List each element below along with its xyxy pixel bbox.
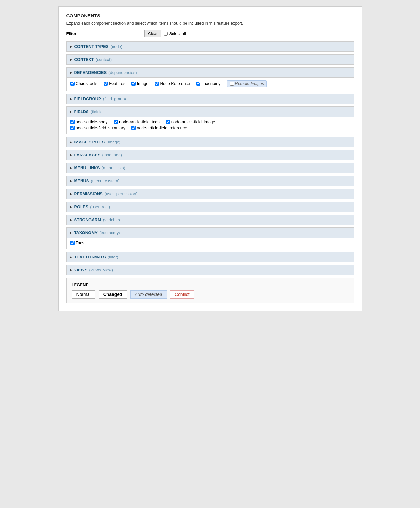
checkbox-label: Taxonomy [202,81,220,86]
checkbox-node-article-body[interactable] [70,120,75,124]
checkbox-item: node-article-body [70,119,107,124]
section-header-text-formats[interactable]: ▶TEXT FORMATS (filter) [67,252,354,262]
filter-label: Filter [66,31,76,36]
checkbox-label: Image [137,81,148,86]
checkbox-row2-fields: node-article-field_summarynode-article-f… [70,125,350,130]
section-body-fields: node-article-bodynode-article-field_tags… [67,117,354,134]
checkbox-Features[interactable] [104,82,108,86]
section-title-sub-fields: (field) [91,109,101,114]
section-title-sub-dependencies: (dependencies) [108,70,137,75]
section-arrow-fields: ▶ [70,110,72,113]
section-header-taxonomy[interactable]: ▶TAXONOMY (taxonomy) [67,228,354,238]
page-container: COMPONENTS Expand each component section… [58,6,362,311]
section-permissions: ▶PERMISSIONS (user_permission) [66,189,354,199]
checkbox-node-article-field_image[interactable] [166,120,170,124]
section-title-sub-text-formats: (filter) [108,255,118,259]
section-title-main-roles: ROLES [74,204,88,209]
section-body-taxonomy: Tags [67,238,354,249]
section-title-main-menu-links: MENU LINKS [74,166,100,170]
checkbox-Remote-Images[interactable] [230,82,234,86]
clear-button[interactable]: Clear [144,30,161,37]
checkbox-item: Node Reference [155,80,190,87]
checkbox-row1-fields: node-article-bodynode-article-field_tags… [70,119,350,124]
checkbox-row-dependencies: Chaos toolsFeaturesImageNode ReferenceTa… [70,80,350,87]
checkbox-label: node-article-field_image [171,119,215,124]
checkbox-node-article-field_summary[interactable] [70,126,75,130]
section-arrow-context: ▶ [70,58,72,61]
section-title-main-taxonomy: TAXONOMY [74,230,98,235]
select-all-checkbox[interactable] [164,32,168,36]
legend-items: Normal Changed Auto detected Conflict [72,290,349,299]
section-header-image-styles[interactable]: ▶IMAGE STYLES (image) [67,137,354,147]
section-arrow-views: ▶ [70,268,72,272]
section-title-sub-views: (views_view) [89,268,113,272]
section-arrow-dependencies: ▶ [70,71,72,74]
section-header-permissions[interactable]: ▶PERMISSIONS (user_permission) [67,189,354,199]
checkbox-node-article-field_tags[interactable] [114,120,118,124]
checkbox-label: Remote Images [235,81,264,86]
select-all-label: Select all [169,31,186,36]
section-title-sub-fieldgroup: (field_group) [103,96,126,101]
section-title-main-strongarm: STRONGARM [74,217,101,222]
section-title-main-permissions: PERMISSIONS [74,191,103,196]
filter-row: Filter Clear Select all [66,30,354,37]
section-header-strongarm[interactable]: ▶STRONGARM (variable) [67,215,354,225]
legend-auto: Auto detected [130,290,167,299]
checkbox-item: Features [104,80,125,87]
section-header-content-types[interactable]: ▶CONTENT TYPES (node) [67,42,354,51]
checkbox-item: node-article-field_image [166,119,215,124]
checkbox-Chaos-tools[interactable] [70,82,75,86]
checkbox-Tags[interactable] [70,241,75,245]
section-title-sub-menus: (menu_custom) [91,178,119,183]
section-header-languages[interactable]: ▶LANGUAGES (language) [67,150,354,160]
section-title-sub-content-types: (node) [111,44,123,49]
legend-changed: Changed [99,290,127,299]
legend-title: LEGEND [72,282,349,287]
section-arrow-strongarm: ▶ [70,218,72,221]
section-title-main-fieldgroup: FIELDGROUP [74,96,101,101]
section-context: ▶CONTEXT (context) [66,54,354,65]
section-header-views[interactable]: ▶VIEWS (views_view) [67,265,354,275]
select-all-row: Select all [164,31,186,36]
filter-input[interactable] [79,30,142,37]
section-title-main-menus: MENUS [74,178,89,183]
section-title-sub-permissions: (user_permission) [105,191,137,196]
checkbox-item: Tags [70,240,84,245]
section-text-formats: ▶TEXT FORMATS (filter) [66,252,354,262]
section-image-styles: ▶IMAGE STYLES (image) [66,137,354,147]
page-description: Expand each component section and select… [66,21,354,26]
section-arrow-image-styles: ▶ [70,140,72,144]
section-roles: ▶ROLES (user_role) [66,202,354,212]
section-header-menus[interactable]: ▶MENUS (menu_custom) [67,176,354,186]
checkbox-label: node-article-body [76,119,107,124]
section-arrow-menus: ▶ [70,179,72,183]
section-title-sub-strongarm: (variable) [103,217,120,222]
section-header-roles[interactable]: ▶ROLES (user_role) [67,202,354,212]
section-header-context[interactable]: ▶CONTEXT (context) [67,55,354,64]
section-header-menu-links[interactable]: ▶MENU LINKS (menu_links) [67,163,354,173]
page-title: COMPONENTS [66,13,354,18]
section-title-main-content-types: CONTENT TYPES [74,44,109,49]
checkbox-item: Taxonomy [196,80,220,87]
checkbox-item: Image [131,80,148,87]
checkbox-Image[interactable] [131,82,136,86]
section-arrow-menu-links: ▶ [70,166,72,170]
legend-conflict: Conflict [170,290,194,299]
section-title-sub-image-styles: (image) [107,140,120,144]
section-header-fields[interactable]: ▶FIELDS (field) [67,107,354,117]
section-arrow-languages: ▶ [70,153,72,157]
section-header-fieldgroup[interactable]: ▶FIELDGROUP (field_group) [67,94,354,104]
section-languages: ▶LANGUAGES (language) [66,150,354,160]
checkbox-label: node-article-field_reference [137,125,187,130]
sections-container: ▶CONTENT TYPES (node)▶CONTEXT (context)▶… [66,41,354,275]
checkbox-node-article-field_reference[interactable] [131,126,136,130]
section-content-types: ▶CONTENT TYPES (node) [66,41,354,52]
checkbox-row-taxonomy: Tags [70,240,350,245]
checkbox-label: Node Reference [160,81,190,86]
section-title-main-image-styles: IMAGE STYLES [74,140,105,144]
checkbox-item: node-article-field_tags [114,119,160,124]
checkbox-Node-Reference[interactable] [155,82,159,86]
section-header-dependencies[interactable]: ▶DEPENDENCIES (dependencies) [67,68,354,78]
section-title-main-fields: FIELDS [74,109,89,114]
checkbox-Taxonomy[interactable] [196,82,200,86]
